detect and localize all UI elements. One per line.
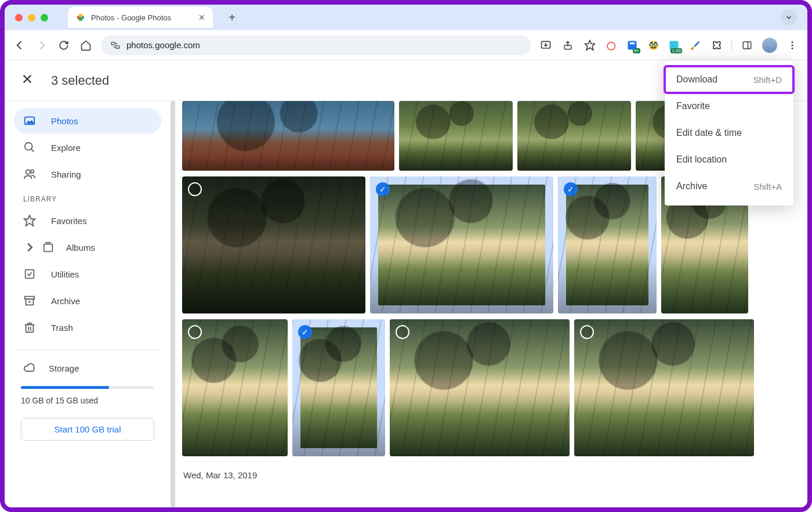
deselect-button[interactable] — [21, 71, 34, 89]
select-toggle[interactable]: ✓ — [298, 325, 312, 339]
menu-item-label: Edit location — [676, 154, 727, 165]
album-icon — [42, 241, 55, 254]
sidebar-item-label: Archive — [51, 296, 80, 306]
sidebar-item-explore[interactable]: Explore — [14, 135, 161, 160]
svg-rect-29 — [44, 244, 53, 252]
install-app-icon[interactable] — [539, 38, 553, 52]
side-panel-icon[interactable] — [740, 38, 754, 52]
select-toggle[interactable] — [188, 325, 202, 339]
sidebar-item-label: Sharing — [51, 170, 81, 179]
menu-item-edit-date[interactable]: Edit date & time — [665, 120, 793, 146]
select-toggle[interactable] — [188, 182, 202, 196]
photo-thumbnail-selected[interactable]: ✓ — [292, 319, 385, 456]
photo-thumbnail[interactable] — [517, 101, 631, 171]
photo-thumbnail[interactable] — [182, 176, 365, 313]
photo-thumbnail-selected[interactable]: ✓ — [370, 176, 553, 313]
svg-point-18 — [792, 44, 793, 46]
svg-line-25 — [31, 149, 34, 152]
svg-rect-31 — [26, 270, 34, 279]
bookmark-icon[interactable] — [583, 38, 597, 52]
svg-rect-4 — [111, 42, 115, 45]
extension-zoom-icon[interactable]: 1.00 — [668, 39, 680, 52]
close-window-icon[interactable] — [15, 14, 23, 21]
photo-thumbnail[interactable] — [182, 319, 288, 456]
svg-point-27 — [31, 170, 34, 174]
profile-avatar[interactable] — [762, 38, 777, 53]
select-toggle[interactable]: ✓ — [376, 182, 390, 196]
photo-thumbnail[interactable] — [390, 319, 570, 456]
utilities-icon — [23, 268, 36, 280]
svg-rect-34 — [26, 324, 34, 332]
tab-strip: Photos - Google Photos × + — [5, 5, 807, 30]
photo-thumbnail[interactable] — [574, 319, 754, 456]
reload-button[interactable] — [57, 38, 71, 52]
photo-thumbnail-selected[interactable]: ✓ — [558, 176, 657, 313]
select-toggle[interactable] — [580, 325, 594, 339]
new-tab-button[interactable]: + — [223, 9, 241, 26]
url-text: photos.google.com — [126, 40, 200, 50]
sidebar-item-trash[interactable]: Trash — [14, 315, 161, 340]
menu-item-edit-location[interactable]: Edit location — [665, 146, 793, 173]
trash-icon — [23, 321, 36, 334]
forward-button[interactable] — [35, 38, 49, 52]
address-bar[interactable]: photos.google.com — [101, 35, 531, 55]
browser-chrome: Photos - Google Photos × + photos.google… — [5, 5, 807, 60]
select-toggle[interactable] — [396, 325, 409, 339]
menu-item-label: Download — [676, 74, 717, 85]
sidebar-item-label: Storage — [49, 363, 79, 373]
sidebar: Photos Explore Sharing LIBRARY Favorites… — [5, 101, 171, 507]
svg-marker-23 — [27, 120, 34, 124]
browser-tab[interactable]: Photos - Google Photos × — [68, 7, 213, 28]
menu-item-archive[interactable]: Archive Shift+A — [665, 173, 793, 200]
sidebar-item-albums[interactable]: Albums — [14, 235, 161, 260]
menu-item-favorite[interactable]: Favorite — [665, 93, 793, 120]
site-info-icon[interactable] — [110, 40, 121, 51]
photo-thumbnail[interactable] — [399, 101, 513, 171]
svg-rect-15 — [743, 42, 751, 49]
home-button[interactable] — [79, 38, 93, 52]
select-toggle[interactable]: ✓ — [564, 182, 578, 196]
sidebar-divider — [16, 349, 159, 350]
svg-point-26 — [26, 170, 30, 174]
sidebar-item-archive[interactable]: Archive — [14, 288, 161, 313]
svg-point-17 — [792, 41, 793, 43]
sidebar-item-label: Favorites — [51, 216, 87, 226]
minimize-window-icon[interactable] — [28, 14, 35, 21]
menu-item-shortcut: Shift+A — [753, 182, 782, 192]
sidebar-item-sharing[interactable]: Sharing — [14, 161, 161, 187]
sidebar-item-storage[interactable]: Storage — [14, 359, 161, 377]
maximize-window-icon[interactable] — [41, 14, 48, 21]
date-header: Wed, Mar 13, 2019 — [182, 462, 803, 486]
sidebar-item-utilities[interactable]: Utilities — [14, 261, 161, 287]
toolbar-divider — [731, 39, 732, 52]
extension-mask-icon[interactable]: 🥸 — [647, 39, 659, 52]
star-icon — [23, 214, 36, 227]
sidebar-item-label: Photos — [51, 116, 78, 126]
back-button[interactable] — [13, 38, 27, 52]
extension-adblock-icon[interactable]: ◯ — [605, 39, 618, 52]
sidebar-item-label: Explore — [51, 143, 81, 153]
extension-save-icon[interactable]: 9+ — [626, 39, 639, 52]
photo-thumbnail[interactable] — [182, 101, 394, 171]
sidebar-item-photos[interactable]: Photos — [14, 108, 161, 134]
tab-search-button[interactable] — [781, 9, 797, 26]
extensions-puzzle-icon[interactable] — [709, 38, 723, 52]
start-trial-button[interactable]: Start 100 GB trial — [21, 418, 154, 441]
menu-item-label: Edit date & time — [676, 128, 742, 138]
extension-brush-icon[interactable]: 🖌️ — [688, 39, 701, 52]
tab-close-icon[interactable]: × — [198, 12, 205, 24]
share-icon[interactable] — [561, 38, 575, 52]
storage-meter-fill — [21, 386, 109, 389]
window-controls — [15, 14, 48, 21]
cloud-icon — [23, 362, 36, 374]
search-icon — [23, 141, 36, 154]
menu-item-label: Favorite — [676, 101, 710, 111]
svg-point-3 — [79, 17, 83, 21]
tab-title: Photos - Google Photos — [91, 13, 193, 22]
menu-item-label: Archive — [676, 181, 707, 192]
svg-point-19 — [792, 47, 793, 49]
chrome-menu-icon[interactable] — [785, 38, 799, 52]
svg-rect-5 — [116, 45, 119, 48]
menu-item-download[interactable]: Download Shift+D — [665, 66, 793, 93]
sidebar-item-favorites[interactable]: Favorites — [14, 208, 161, 233]
